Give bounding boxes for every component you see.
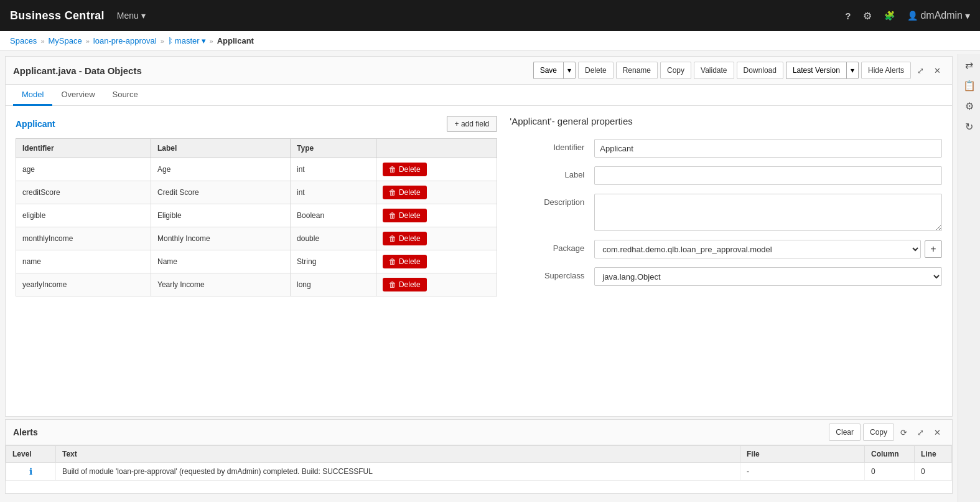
identifier-input[interactable] — [594, 139, 942, 158]
delete-row-button[interactable]: 🗑 Delete — [383, 163, 427, 176]
alerts-toolbar: Clear Copy ⟳ ⤢ ✕ — [829, 424, 945, 441]
add-field-button[interactable]: + add field — [447, 116, 498, 132]
table-row: age Age int 🗑 Delete — [16, 158, 497, 181]
alerts-close-button[interactable]: ✕ — [930, 424, 945, 441]
cell-identifier: yearlyIncome — [16, 273, 151, 296]
delete-row-button[interactable]: 🗑 Delete — [383, 186, 427, 199]
cell-identifier: eligible — [16, 204, 151, 227]
hide-alerts-button[interactable]: Hide Alerts — [861, 62, 911, 79]
menu-button[interactable]: Menu ▾ — [117, 11, 146, 21]
validate-button[interactable]: Validate — [694, 62, 734, 79]
description-input[interactable] — [594, 194, 942, 231]
version-dropdown-button[interactable]: ▾ — [846, 62, 859, 79]
settings-icon[interactable]: ⚙ — [863, 10, 872, 22]
user-avatar-icon: 👤 — [907, 11, 918, 21]
table-row: ℹ Build of module 'loan-pre-approval' (r… — [6, 463, 952, 481]
download-button[interactable]: Download — [737, 62, 783, 79]
user-chevron-icon: ▾ — [965, 10, 970, 22]
breadcrumb-sep-1: » — [40, 37, 44, 45]
alerts-expand-button[interactable]: ⤢ — [913, 424, 928, 441]
cell-delete: 🗑 Delete — [376, 273, 497, 296]
label-input[interactable] — [594, 166, 942, 185]
cell-type: int — [291, 158, 376, 181]
col-label: Label — [151, 139, 290, 158]
delete-row-button[interactable]: 🗑 Delete — [383, 232, 427, 245]
alerts-table: Level Text File Column Line ℹ Build of m… — [6, 445, 952, 481]
breadcrumb-project[interactable]: loan-pre-approval — [93, 36, 157, 45]
editor-body: Applicant + add field Identifier Label T… — [6, 106, 952, 416]
package-select[interactable]: com.redhat.demo.qlb.loan_pre_approval.mo… — [594, 240, 921, 258]
cell-identifier: monthlyIncome — [16, 227, 151, 250]
breadcrumb-sep-4: » — [210, 37, 213, 45]
breadcrumb-spaces[interactable]: Spaces — [10, 36, 37, 45]
editor-panel: Applicant.java - Data Objects Save ▾ Del… — [5, 56, 953, 417]
extensions-icon[interactable]: 🧩 — [884, 11, 895, 21]
sidebar-icon-settings[interactable]: ⚙ — [965, 100, 974, 112]
sidebar-right: ⇄ 📋 ⚙ ↻ — [958, 54, 980, 499]
package-add-button[interactable]: + — [925, 240, 942, 258]
rename-button[interactable]: Rename — [616, 62, 658, 79]
alerts-panel: Alerts Clear Copy ⟳ ⤢ ✕ Level Text File — [5, 419, 953, 494]
package-row: com.redhat.demo.qlb.loan_pre_approval.mo… — [594, 240, 942, 258]
sidebar-icon-refresh[interactable]: ↻ — [965, 121, 973, 133]
alerts-copy-button[interactable]: Copy — [863, 424, 894, 441]
cell-delete: 🗑 Delete — [376, 227, 497, 250]
tab-source[interactable]: Source — [104, 85, 147, 106]
tab-model[interactable]: Model — [13, 85, 52, 106]
help-icon[interactable]: ? — [845, 11, 851, 21]
copy-button[interactable]: Copy — [660, 62, 691, 79]
latest-version-button[interactable]: Latest Version — [786, 62, 846, 79]
alerts-col-column: Column — [865, 446, 915, 463]
cell-identifier: age — [16, 158, 151, 181]
tab-overview[interactable]: Overview — [52, 85, 103, 106]
cell-label: Monthly Income — [151, 227, 290, 250]
alert-level: ℹ — [6, 463, 56, 481]
alerts-refresh-button[interactable]: ⟳ — [897, 424, 911, 441]
description-group: Description — [510, 194, 942, 231]
cell-identifier: name — [16, 250, 151, 273]
user-name: dmAdmin — [920, 10, 963, 21]
save-button[interactable]: Save — [533, 62, 563, 79]
breadcrumb-myspace[interactable]: MySpace — [49, 36, 82, 45]
delete-row-button[interactable]: 🗑 Delete — [383, 209, 427, 222]
delete-row-button[interactable]: 🗑 Delete — [383, 278, 427, 291]
alerts-clear-button[interactable]: Clear — [829, 424, 861, 441]
table-row: name Name String 🗑 Delete — [16, 250, 497, 273]
content-area: Applicant.java - Data Objects Save ▾ Del… — [0, 51, 958, 499]
sidebar-icon-clipboard[interactable]: 📋 — [963, 80, 976, 92]
expand-editor-button[interactable]: ⤢ — [913, 62, 928, 79]
label-label: Label — [510, 166, 584, 179]
cell-type: int — [291, 181, 376, 204]
cell-label: Age — [151, 158, 290, 181]
cell-type: Boolean — [291, 204, 376, 227]
main-container: Applicant.java - Data Objects Save ▾ Del… — [0, 51, 980, 499]
alerts-col-file: File — [740, 446, 865, 463]
alerts-col-level: Level — [6, 446, 56, 463]
cell-delete: 🗑 Delete — [376, 181, 497, 204]
user-menu[interactable]: 👤 dmAdmin ▾ — [907, 10, 970, 22]
alerts-body: Level Text File Column Line ℹ Build of m… — [6, 445, 952, 493]
superclass-select[interactable]: java.lang.Object — [594, 267, 942, 286]
editor-title: Applicant.java - Data Objects — [13, 65, 142, 76]
cell-type: long — [291, 273, 376, 296]
cell-type: double — [291, 227, 376, 250]
sidebar-icon-swap[interactable]: ⇄ — [965, 59, 973, 71]
alert-column: 0 — [865, 463, 915, 481]
breadcrumb: Spaces » MySpace » loan-pre-approval » ᛔ… — [0, 31, 980, 51]
cell-delete: 🗑 Delete — [376, 204, 497, 227]
topnav-right: ? ⚙ 🧩 👤 dmAdmin ▾ — [845, 10, 970, 22]
trash-icon: 🗑 — [389, 234, 396, 243]
close-editor-button[interactable]: ✕ — [930, 62, 945, 79]
alerts-col-line: Line — [915, 446, 952, 463]
save-dropdown-button[interactable]: ▾ — [563, 62, 576, 79]
breadcrumb-sep-2: » — [86, 37, 90, 45]
editor-toolbar: Save ▾ Delete Rename Copy Validate Downl… — [533, 62, 945, 79]
description-label: Description — [510, 194, 584, 207]
col-identifier: Identifier — [16, 139, 151, 158]
branch-chevron-icon: ▾ — [202, 36, 206, 45]
delete-button[interactable]: Delete — [578, 62, 614, 79]
cell-label: Credit Score — [151, 181, 290, 204]
identifier-label: Identifier — [510, 139, 584, 152]
delete-row-button[interactable]: 🗑 Delete — [383, 255, 427, 268]
breadcrumb-branch[interactable]: ᛔ master ▾ — [168, 36, 206, 45]
